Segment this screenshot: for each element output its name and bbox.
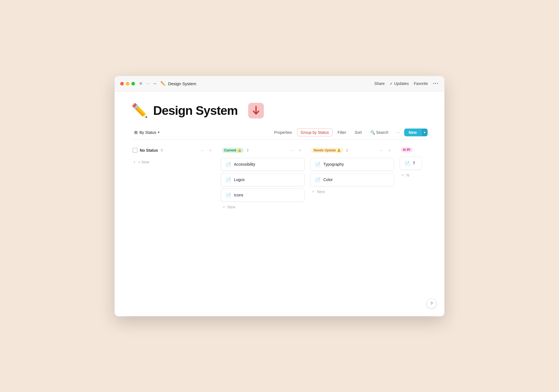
card-logos-title: Logos — [234, 177, 245, 182]
maximize-button[interactable] — [131, 82, 135, 85]
needs-update-add-new[interactable]: ＋ New — [310, 187, 394, 196]
card-partial-title: T — [413, 161, 415, 165]
column-in-progress: In Pr 📄 T ＋ N — [400, 146, 422, 179]
sort-button[interactable]: Sort — [351, 129, 365, 136]
new-button-group: New ▾ — [404, 129, 428, 136]
no-status-title: No Status — [140, 148, 158, 153]
menu-icon[interactable]: ≡ — [139, 81, 142, 86]
nav-arrows: ← → — [145, 81, 157, 86]
column-no-status: No Status 0 ··· ＋ ＋ + New — [131, 146, 215, 166]
no-status-more-button[interactable]: ··· — [199, 148, 206, 153]
forward-arrow-icon[interactable]: → — [152, 81, 157, 86]
no-status-add-button[interactable]: ＋ — [207, 147, 214, 153]
close-button[interactable] — [120, 82, 124, 85]
chevron-down-icon: ▾ — [158, 130, 160, 134]
needs-update-more-button[interactable]: ··· — [378, 148, 385, 153]
column-current-header: Current 👍 3 ··· ＋ — [221, 146, 305, 155]
card-color-title: Color — [323, 177, 333, 182]
updates-button[interactable]: ✓ Updates — [390, 81, 409, 86]
column-needs-update: Needs Update ⚠️ 2 ··· ＋ 📄 Typography 📄 C… — [310, 146, 394, 196]
minimize-button[interactable] — [126, 82, 129, 85]
page-header: ✏️ Design System — [131, 103, 428, 118]
no-status-count: 0 — [161, 148, 163, 152]
card-icons[interactable]: 📄 Icons — [221, 189, 305, 202]
current-add-new[interactable]: ＋ New — [221, 203, 305, 211]
needs-update-add-button[interactable]: ＋ — [386, 147, 393, 153]
properties-button[interactable]: Properties — [271, 129, 295, 136]
share-button[interactable]: Share — [374, 81, 385, 86]
document-icon: 📄 — [226, 177, 231, 182]
no-status-icon — [132, 148, 138, 153]
add-icon: ＋ — [132, 160, 136, 165]
content-area: ✏️ Design System ⊞ By Status ▾ Propertie… — [115, 92, 444, 316]
column-needs-update-header: Needs Update ⚠️ 2 ··· ＋ — [310, 146, 394, 155]
document-icon: 📄 — [315, 162, 321, 167]
titlebar: ≡ ← → ✏️ Design System Share ✓ Updates F… — [115, 76, 444, 92]
no-status-add-new[interactable]: ＋ + New — [131, 158, 215, 166]
column-in-progress-header: In Pr — [400, 146, 422, 153]
needs-update-actions: ··· ＋ — [378, 147, 393, 153]
current-more-button[interactable]: ··· — [288, 148, 295, 153]
toolbar-right: Properties Group by Status Filter Sort 🔍… — [271, 129, 428, 136]
titlebar-left: ≡ ← → ✏️ Design System — [120, 81, 196, 86]
filter-button[interactable]: Filter — [334, 129, 350, 136]
document-icon: 📄 — [226, 193, 231, 198]
needs-update-cards: 📄 Typography 📄 Color — [310, 158, 394, 186]
column-no-status-header: No Status 0 ··· ＋ — [131, 146, 215, 155]
group-by-status-button[interactable]: Group by Status — [297, 129, 333, 136]
app-window: ≡ ← → ✏️ Design System Share ✓ Updates F… — [115, 76, 444, 316]
more-button[interactable]: ··· — [433, 81, 439, 87]
favorite-button[interactable]: Favorite — [414, 81, 428, 86]
down-arrow-icon — [251, 106, 261, 115]
new-chevron-button[interactable]: ▾ — [421, 129, 428, 136]
document-icon: 📄 — [404, 161, 410, 166]
page-icon-title: ✏️ Design System — [160, 81, 196, 86]
page-title: Design System — [153, 104, 238, 118]
titlebar-page-title: Design System — [168, 81, 196, 86]
no-status-actions: ··· ＋ — [199, 147, 214, 153]
current-cards: 📄 Accessibility 📄 Logos 📄 Icons — [221, 158, 305, 202]
add-icon: ＋ — [401, 173, 405, 178]
add-icon: ＋ — [311, 189, 315, 194]
document-icon: 📄 — [226, 162, 231, 167]
card-accessibility[interactable]: 📄 Accessibility — [221, 158, 305, 171]
table-icon: ⊞ — [134, 130, 138, 135]
by-status-button[interactable]: ⊞ By Status ▾ — [131, 129, 162, 136]
search-icon: 🔍 — [370, 130, 375, 135]
card-logos[interactable]: 📄 Logos — [221, 173, 305, 186]
in-progress-badge: In Pr — [401, 147, 413, 152]
page-emoji: ✏️ — [131, 103, 148, 118]
card-color[interactable]: 📄 Color — [310, 173, 394, 186]
card-accessibility-title: Accessibility — [234, 162, 255, 167]
back-arrow-icon[interactable]: ← — [145, 81, 150, 86]
down-arrow-badge — [248, 103, 264, 118]
titlebar-right: Share ✓ Updates Favorite ··· — [374, 81, 439, 87]
help-button[interactable]: ? — [427, 298, 437, 308]
kanban-board: No Status 0 ··· ＋ ＋ + New Current 👍 3 — [131, 146, 428, 211]
search-button[interactable]: 🔍 Search — [367, 129, 392, 136]
toolbar: ⊞ By Status ▾ Properties Group by Status… — [131, 129, 428, 139]
card-icons-title: Icons — [234, 193, 243, 197]
new-main-button[interactable]: New — [404, 129, 421, 136]
document-icon: 📄 — [315, 177, 321, 182]
in-progress-add-new[interactable]: ＋ N — [400, 171, 422, 179]
needs-update-badge: Needs Update ⚠️ — [311, 148, 343, 153]
in-progress-cards: 📄 T — [400, 157, 422, 170]
current-badge: Current 👍 — [222, 148, 244, 153]
add-icon: ＋ — [222, 205, 226, 210]
page-pen-icon: ✏️ — [160, 81, 166, 86]
current-actions: ··· ＋ — [288, 147, 304, 153]
toolbar-left: ⊞ By Status ▾ — [131, 129, 162, 136]
column-current: Current 👍 3 ··· ＋ 📄 Accessibility 📄 Logo… — [221, 146, 305, 211]
current-count: 3 — [247, 148, 248, 152]
check-icon: ✓ — [390, 81, 393, 86]
toolbar-more-button[interactable]: ··· — [394, 129, 402, 136]
current-add-button[interactable]: ＋ — [296, 147, 304, 153]
card-typography[interactable]: 📄 Typography — [310, 158, 394, 171]
needs-update-count: 2 — [346, 148, 348, 152]
card-partial[interactable]: 📄 T — [400, 157, 422, 170]
traffic-lights — [120, 82, 135, 85]
card-typography-title: Typography — [323, 162, 344, 167]
